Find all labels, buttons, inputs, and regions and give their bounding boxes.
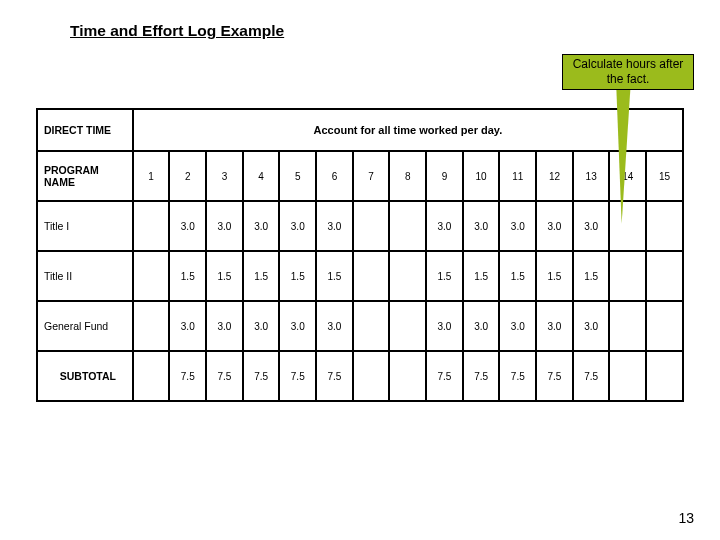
callout-text: Calculate hours after the fact. [563,57,693,87]
callout-box: Calculate hours after the fact. [562,54,694,90]
table-row: SUBTOTAL 7.5 7.5 7.5 7.5 7.5 7.5 7.5 7.5… [37,351,683,401]
cell: 3.0 [316,201,353,251]
day-header: 1 [133,151,170,201]
day-header: 15 [646,151,683,201]
cell [353,251,390,301]
cell [646,301,683,351]
cell: 1.5 [279,251,316,301]
cell: 1.5 [316,251,353,301]
cell: 3.0 [279,201,316,251]
cell [646,351,683,401]
cell: 1.5 [573,251,610,301]
cell [609,301,646,351]
day-header: 12 [536,151,573,201]
cell: 1.5 [499,251,536,301]
cell: 3.0 [463,301,500,351]
cell [646,251,683,301]
cell: 3.0 [169,301,206,351]
cell: 7.5 [169,351,206,401]
cell [353,351,390,401]
cell: 7.5 [206,351,243,401]
cell: 3.0 [426,301,463,351]
cell [133,251,170,301]
cell [609,251,646,301]
cell [609,351,646,401]
cell: 7.5 [499,351,536,401]
cell: 3.0 [243,201,280,251]
cell [389,251,426,301]
day-header: 7 [353,151,390,201]
day-header: 4 [243,151,280,201]
cell [133,201,170,251]
cell: 3.0 [206,301,243,351]
table-row: General Fund 3.0 3.0 3.0 3.0 3.0 3.0 3.0… [37,301,683,351]
day-header: 13 [573,151,610,201]
cell [353,201,390,251]
cell: 3.0 [316,301,353,351]
cell: 1.5 [536,251,573,301]
cell: 3.0 [169,201,206,251]
cell: 3.0 [206,201,243,251]
cell: 3.0 [573,301,610,351]
cell: 3.0 [279,301,316,351]
cell: 7.5 [463,351,500,401]
day-header: 9 [426,151,463,201]
cell [646,201,683,251]
cell [389,301,426,351]
day-header: 10 [463,151,500,201]
page-number: 13 [678,510,694,526]
cell: 3.0 [499,301,536,351]
cell: 7.5 [243,351,280,401]
cell [353,301,390,351]
header-instruction: Account for all time worked per day. [133,109,683,151]
program-name: Title II [37,251,133,301]
day-header: 11 [499,151,536,201]
cell: 3.0 [243,301,280,351]
cell: 1.5 [206,251,243,301]
cell: 3.0 [463,201,500,251]
day-header: 5 [279,151,316,201]
table-row: Title II 1.5 1.5 1.5 1.5 1.5 1.5 1.5 1.5… [37,251,683,301]
cell: 1.5 [426,251,463,301]
cell [389,351,426,401]
cell: 7.5 [573,351,610,401]
cell [133,301,170,351]
direct-time-label: DIRECT TIME [37,109,133,151]
cell: 3.0 [536,201,573,251]
cell: 3.0 [426,201,463,251]
cell [389,201,426,251]
cell: 7.5 [426,351,463,401]
cell: 7.5 [536,351,573,401]
program-col-header: PROGRAM NAME [37,151,133,201]
cell: 1.5 [169,251,206,301]
time-effort-table: DIRECT TIME Account for all time worked … [36,108,684,402]
program-name: General Fund [37,301,133,351]
cell: 3.0 [499,201,536,251]
cell: 3.0 [573,201,610,251]
subtotal-label: SUBTOTAL [37,351,133,401]
table-row: Title I 3.0 3.0 3.0 3.0 3.0 3.0 3.0 3.0 … [37,201,683,251]
day-header: 8 [389,151,426,201]
day-header: 2 [169,151,206,201]
cell [133,351,170,401]
cell: 1.5 [463,251,500,301]
day-header: 6 [316,151,353,201]
cell: 7.5 [316,351,353,401]
cell: 1.5 [243,251,280,301]
cell: 7.5 [279,351,316,401]
page-title: Time and Effort Log Example [70,22,284,40]
day-header: 3 [206,151,243,201]
program-name: Title I [37,201,133,251]
cell: 3.0 [536,301,573,351]
